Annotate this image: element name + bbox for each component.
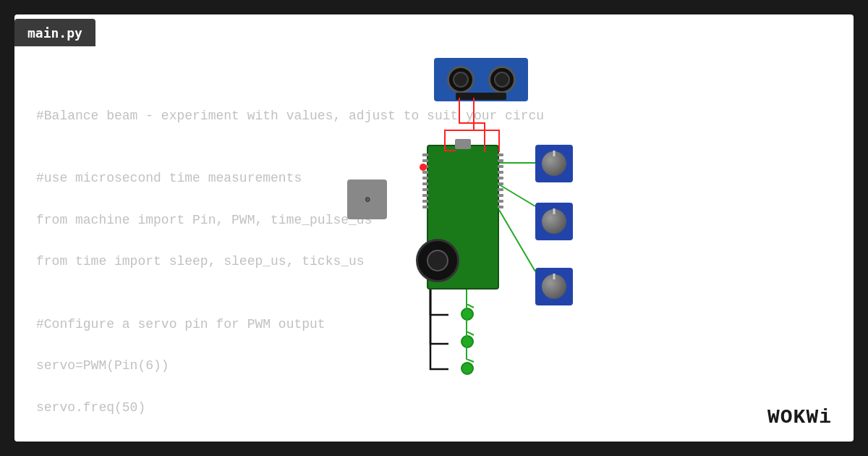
pin [498,194,503,197]
pin [422,177,428,180]
pin [498,206,503,208]
tab-bar: main.py [14,14,95,46]
potentiometer-2 [535,203,573,240]
potentiometer-1 [535,145,573,182]
wokwi-logo: WOKWi [767,406,832,428]
speaker-right-inner [494,72,510,88]
red-led-indicator [420,164,427,171]
servo-label: ⚙ [365,196,370,203]
pin [422,182,428,185]
pin [498,200,503,203]
buzzer-inner [427,250,448,271]
potentiometer-3 [535,268,573,305]
led-1 [461,308,474,321]
pin [422,171,428,174]
tab-label: main.py [27,25,82,41]
pot-indicator-3 [553,274,556,279]
pico-right-pins [498,153,503,208]
pin [498,171,503,174]
main-window: main.py #Balance beam - experiment with … [14,14,854,442]
pin [498,177,503,180]
pot-knob-1 [542,151,566,176]
pin [498,188,503,191]
pot-indicator-2 [553,208,556,214]
pin [422,153,428,156]
pin [498,182,503,185]
servo-motor: ⚙ [347,180,387,219]
tab-main-py[interactable]: main.py [14,19,95,46]
pin [422,194,428,197]
speaker-left-inner [453,72,469,88]
ultrasonic-sensor [434,58,528,101]
pin [422,188,428,191]
pin [498,165,503,168]
pot-knob-3 [542,274,566,299]
pico-usb-port [455,139,471,149]
us-connector [456,93,506,100]
pin [422,206,428,208]
pin [498,159,503,162]
pot-indicator-1 [553,151,556,156]
speaker-right [488,66,516,93]
speaker-left [447,66,475,93]
led-3 [461,362,474,375]
pot-knob-2 [542,209,566,234]
pin [422,200,428,203]
pico-left-pins [422,153,428,208]
circuit-diagram: ⚙ [362,58,622,420]
led-2 [461,335,474,348]
wokwi-text: WOKWi [767,406,832,428]
pin [498,153,503,156]
pin [422,159,428,162]
buzzer [416,239,459,282]
